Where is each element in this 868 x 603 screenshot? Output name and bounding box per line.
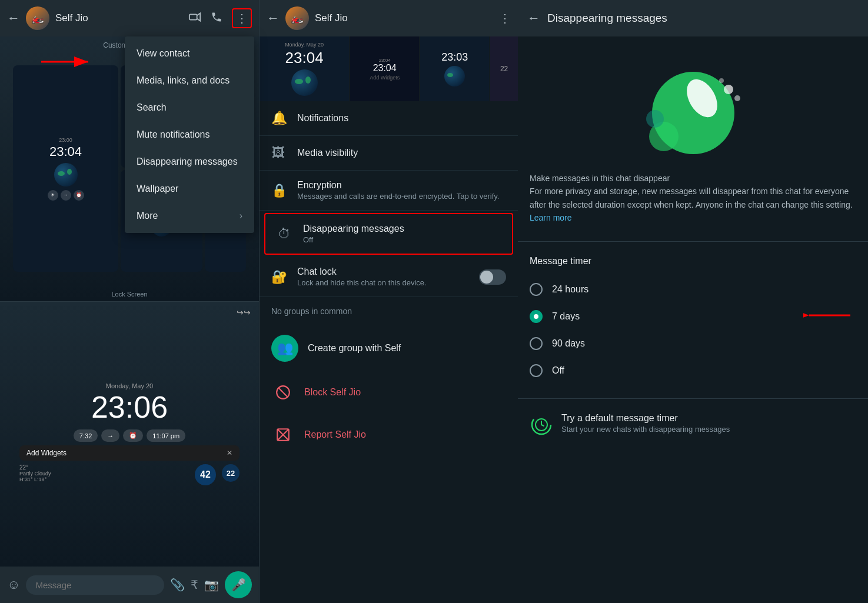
widget-alarm: ⏰ — [123, 429, 143, 442]
menu-wallpaper[interactable]: Wallpaper — [125, 175, 254, 202]
no-groups-label: No groups in common — [260, 297, 518, 325]
media-visibility-icon: 🖼 — [271, 145, 285, 161]
more-label: More — [137, 211, 158, 221]
phone-screenshot-2: ↪↪ Monday, May 20 23:06 7:32 → ⏰ 11:07 p… — [0, 302, 259, 567]
add-widgets-bar: Add Widgets ✕ — [19, 445, 240, 461]
add-widgets-label: Add Widgets — [26, 449, 66, 457]
search-label: Search — [137, 102, 167, 113]
svg-point-8 — [646, 110, 664, 128]
panel3-header: ← Disappearing messages — [518, 0, 868, 36]
attach-button[interactable]: 📎 — [170, 578, 185, 592]
camera-button[interactable]: 📷 — [204, 578, 219, 592]
radio-label-off: Off — [552, 365, 564, 376]
rupee-button[interactable]: ₹ — [191, 578, 198, 592]
panel2-contact-avatar[interactable]: 🏍️ — [285, 6, 309, 30]
radio-7-days[interactable]: 7 days — [530, 303, 856, 330]
more-options-button[interactable]: ⋮ — [232, 8, 252, 28]
default-timer-icon — [530, 413, 553, 437]
disappearing-messages-label: Disappearing messages — [137, 156, 238, 167]
notifications-icon: 🔔 — [271, 111, 285, 126]
report-action[interactable]: Report Self Jio — [260, 414, 518, 456]
panel3-title: Disappearing messages — [547, 12, 667, 25]
message-input[interactable] — [26, 575, 164, 595]
contact-avatar[interactable]: 🏍️ — [26, 6, 49, 30]
disappearing-illustration — [518, 36, 868, 172]
encryption-section[interactable]: 🔒 Encryption Messages and calls are end-… — [260, 171, 518, 211]
media-visibility-label: Media visibility — [297, 148, 506, 158]
menu-media-links[interactable]: Media, links, and docs — [125, 67, 254, 94]
phone-call-icon[interactable] — [211, 11, 222, 26]
default-timer-sub: Start your new chats with disappearing m… — [561, 425, 730, 434]
context-menu: View contact Media, links, and docs Sear… — [125, 36, 254, 233]
widget-time-1: 7:32 — [74, 429, 98, 442]
panel1-back-button[interactable]: ← — [7, 11, 20, 26]
widget-time-2: 11:07 pm — [147, 429, 185, 442]
panel2-back-button[interactable]: ← — [267, 11, 280, 26]
radio-circle-7d — [530, 310, 543, 323]
radio-24-hours[interactable]: 24 hours — [530, 276, 856, 303]
radio-circle-90d — [530, 337, 543, 350]
disappearing-sub: Off — [303, 235, 500, 244]
default-timer-section[interactable]: Try a default message timer Start your n… — [518, 404, 868, 446]
panel1-header: ← 🏍️ Self Jio ⋮ — [0, 0, 259, 36]
report-icon — [271, 423, 295, 447]
encryption-icon: 🔒 — [271, 183, 285, 198]
timer-section-label: Message timer — [530, 256, 856, 266]
svg-line-18 — [541, 425, 544, 426]
time-display-1: 23:04 — [49, 144, 82, 159]
create-group-label: Create group with Self — [308, 343, 401, 354]
svg-point-10 — [724, 85, 733, 94]
notifications-section[interactable]: 🔔 Notifications — [260, 101, 518, 136]
radio-off[interactable]: Off — [530, 357, 856, 384]
media-visibility-section[interactable]: 🖼 Media visibility — [260, 136, 518, 171]
radio-circle-24h — [530, 283, 543, 296]
panel2-more-button[interactable]: ⋮ — [499, 11, 511, 25]
learn-more-link[interactable]: Learn more — [530, 213, 572, 222]
chat-lock-sub: Lock and hide this chat on this device. — [297, 278, 467, 287]
disappearing-messages-section-highlight: ⏱ Disappearing messages Off — [264, 213, 513, 255]
block-action[interactable]: Block Self Jio — [260, 371, 518, 414]
menu-disappearing-messages[interactable]: Disappearing messages — [125, 148, 254, 175]
radio-90-days[interactable]: 90 days — [530, 330, 856, 357]
svg-point-12 — [719, 78, 724, 83]
annotation-arrow-7days — [803, 308, 850, 325]
time-label-1: 23:00 — [59, 137, 72, 143]
panel2-contact-info: ← 🏍️ Self Jio ⋮ Monday, May 20 23:04 23:… — [259, 0, 518, 603]
divider-1 — [518, 241, 868, 242]
block-icon — [271, 381, 295, 404]
create-group-icon: 👥 — [271, 335, 298, 362]
video-call-icon[interactable] — [188, 11, 201, 26]
timer-section: Message timer 24 hours 7 days — [518, 246, 868, 394]
widget-arrow: → — [101, 429, 119, 442]
menu-mute-notifications[interactable]: Mute notifications — [125, 121, 254, 148]
weather-label: 22° — [19, 464, 189, 471]
media-links-label: Media, links, and docs — [137, 75, 230, 86]
toggle-knob — [480, 271, 493, 284]
phone-day-2: Monday, May 20 — [106, 382, 154, 389]
menu-view-contact[interactable]: View contact — [125, 40, 254, 67]
encryption-sub: Messages and calls are end-to-end encryp… — [297, 192, 506, 201]
svg-point-11 — [734, 95, 740, 101]
panel3-back-button[interactable]: ← — [527, 11, 540, 26]
svg-line-4 — [278, 388, 287, 397]
block-label: Block Self Jio — [304, 387, 361, 398]
chat-lock-section: 🔐 Chat lock Lock and hide this chat on t… — [260, 257, 518, 297]
chat-lock-toggle[interactable] — [479, 269, 506, 285]
create-group-item[interactable]: 👥 Create group with Self — [260, 325, 518, 371]
menu-search[interactable]: Search — [125, 94, 254, 121]
description-text: Make messages in this chat disappear For… — [530, 174, 853, 222]
radio-label-24h: 24 hours — [552, 284, 588, 295]
media-strip: Monday, May 20 23:04 23:04 23:04 Add Wid… — [260, 36, 518, 101]
emoji-button[interactable]: ☺ — [7, 577, 20, 592]
svg-rect-0 — [189, 14, 197, 19]
disappearing-messages-section[interactable]: ⏱ Disappearing messages Off — [265, 214, 512, 254]
message-bar: ☺ 📎 ₹ 📷 🎤 — [0, 567, 259, 603]
menu-more[interactable]: More › — [125, 202, 254, 229]
disappearing-label: Disappearing messages — [303, 224, 500, 234]
panel3-disappearing-messages: ← Disappearing messages Make messages in… — [518, 0, 868, 603]
radio-label-7d: 7 days — [552, 311, 580, 322]
header-action-icons: ⋮ — [188, 8, 252, 28]
mic-button[interactable]: 🎤 — [225, 571, 252, 598]
panel2-contact-name: Self Jio — [315, 12, 493, 24]
lock-screen-label: Lock Screen — [111, 291, 147, 298]
